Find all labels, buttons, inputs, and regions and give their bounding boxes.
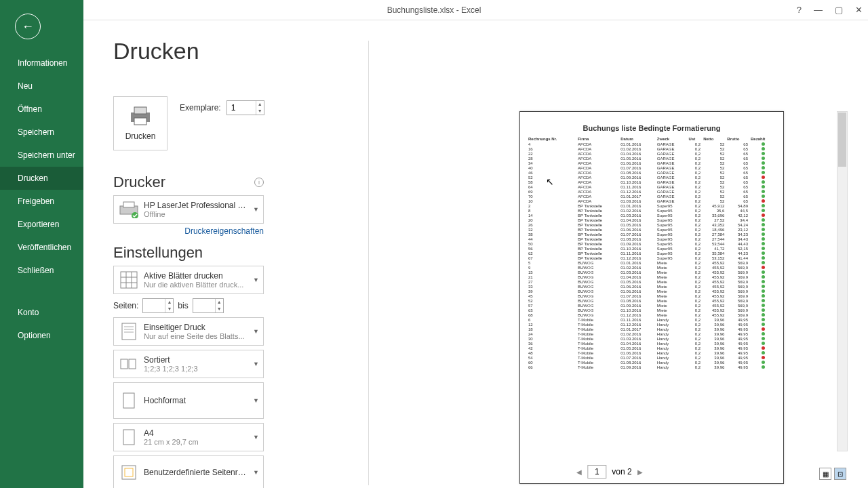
sidebar-item-konto[interactable]: Konto (0, 301, 83, 324)
back-button[interactable]: ← (15, 14, 41, 39)
sidebar-item-speichern[interactable]: Speichern (0, 121, 83, 144)
portrait-icon (118, 390, 140, 411)
chevron-down-icon: ▼ (253, 469, 259, 476)
collate-icon (118, 353, 140, 375)
minimize-icon[interactable]: — (814, 5, 823, 15)
print-what-dropdown[interactable]: Aktive Blätter drucken Nur die aktiven B… (113, 266, 264, 294)
print-what-sub: Nur die aktiven Blätter druck... (144, 281, 243, 289)
svg-rect-11 (122, 323, 136, 340)
help-icon[interactable]: ? (797, 5, 802, 15)
orientation-dropdown[interactable]: Hochformat ▼ (113, 382, 264, 419)
sidebar-item-freigeben[interactable]: Freigeben (0, 190, 83, 213)
collate-dropdown[interactable]: Sortiert1;2;3 1;2;3 1;2;3 ▼ (113, 350, 264, 378)
size-sub: 21 cm x 29,7 cm (144, 438, 199, 446)
chevron-down-icon: ▼ (253, 206, 259, 213)
sidebar-item-veröffentlichen[interactable]: Veröffentlichen (0, 236, 83, 259)
printer-icon (128, 106, 153, 126)
chevron-down-icon: ▼ (253, 361, 259, 367)
pages-from-spinner[interactable]: ▲▼ (165, 299, 173, 312)
content-area: Drucken Drucken Exemplare: ▲▼ Drucker i … (83, 20, 868, 488)
preview-page: Buchungs liste Bedingte Formatierung Rec… (519, 111, 784, 484)
print-button-label: Drucken (125, 131, 156, 141)
svg-rect-15 (121, 359, 127, 369)
margins-icon (118, 462, 140, 483)
sides-title: Einseitiger Druck (144, 323, 245, 332)
sheets-icon (118, 269, 140, 291)
sidebar-item-schließen[interactable]: Schließen (0, 259, 83, 282)
prev-page-button[interactable]: ◀ (576, 468, 582, 476)
show-margins-button[interactable]: ▦ (819, 468, 831, 480)
printer-status: Offline (144, 210, 250, 218)
orientation-title: Hochformat (144, 396, 186, 405)
preview-scrollbar[interactable] (837, 111, 848, 451)
chevron-down-icon: ▼ (253, 277, 259, 283)
titlebar: Buchungsliste.xlsx - Excel ? — ▢ ✕ (0, 0, 868, 20)
close-icon[interactable]: ✕ (855, 5, 863, 15)
svg-rect-1 (134, 107, 146, 114)
preview-table: Rechnungs Nr.FirmaDatumZweckUstNettoBrut… (527, 136, 776, 369)
print-preview-area: Buchungs liste Bedingte Formatierung Rec… (368, 41, 850, 485)
info-icon[interactable]: i (254, 178, 264, 187)
copies-label: Exemplare: (180, 103, 221, 113)
printer-dropdown[interactable]: HP LaserJet Professional CP... Offline ▼ (113, 195, 264, 224)
next-page-button[interactable]: ▶ (637, 468, 643, 476)
sides-dropdown[interactable]: Einseitiger DruckNur auf eine Seite des … (113, 317, 264, 346)
margins-title: Benutzerdefinierte Seitenrän... (144, 468, 250, 477)
svg-rect-2 (134, 118, 146, 125)
collate-sub: 1;2;3 1;2;3 1;2;3 (144, 365, 198, 373)
page-total-label: von 2 (612, 467, 631, 476)
sidebar-item-exportieren[interactable]: Exportieren (0, 213, 83, 236)
sidebar-item-informationen[interactable]: Informationen (0, 52, 83, 75)
backstage-sidebar: ← InformationenNeuÖffnenSpeichernSpeiche… (0, 0, 83, 488)
svg-rect-4 (123, 202, 134, 207)
papersize-dropdown[interactable]: A421 cm x 29,7 cm ▼ (113, 423, 264, 451)
copies-spinner[interactable]: ▲▼ (256, 101, 264, 115)
zoom-to-page-button[interactable]: ⊡ (834, 468, 846, 480)
collate-title: Sortiert (144, 355, 198, 365)
sidebar-item-speichern-unter[interactable]: Speichern unter (0, 144, 83, 167)
sidebar-item-öffnen[interactable]: Öffnen (0, 98, 83, 121)
sidebar-item-optionen[interactable]: Optionen (0, 324, 83, 347)
pages-to-spinner[interactable]: ▲▼ (215, 299, 223, 312)
page-navigation: ◀ von 2 ▶ (576, 465, 642, 479)
pages-label: Seiten: (113, 301, 138, 310)
printer-device-icon (118, 199, 140, 220)
margins-dropdown[interactable]: Benutzerdefinierte Seitenrän... ▼ (113, 455, 264, 488)
svg-rect-18 (123, 430, 134, 445)
printer-name: HP LaserJet Professional CP... (144, 201, 250, 210)
settings-section-header: Einstellungen (113, 244, 264, 262)
maximize-icon[interactable]: ▢ (835, 5, 843, 15)
scroll-thumb[interactable] (838, 113, 846, 167)
printer-section-header: Drucker (113, 174, 264, 191)
size-title: A4 (144, 428, 199, 438)
page-icon (118, 426, 140, 448)
svg-rect-6 (121, 272, 137, 288)
chevron-down-icon: ▼ (253, 397, 259, 404)
preview-doc-title: Buchungs liste Bedingte Formatierung (527, 124, 776, 132)
pages-to-label: bis (178, 301, 188, 310)
window-title: Buchungsliste.xlsx - Excel (387, 5, 481, 15)
svg-rect-16 (129, 359, 136, 369)
sidebar-item-drucken[interactable]: Drucken (0, 167, 83, 190)
chevron-down-icon: ▼ (253, 328, 259, 335)
svg-rect-19 (122, 466, 136, 479)
page-single-icon (118, 321, 140, 342)
current-page-input[interactable] (587, 465, 606, 479)
chevron-down-icon: ▼ (253, 434, 259, 441)
sidebar-item-neu[interactable]: Neu (0, 75, 83, 98)
svg-rect-17 (123, 393, 134, 408)
sides-sub: Nur auf eine Seite des Blatts... (144, 332, 245, 340)
print-what-title: Aktive Blätter drucken (144, 271, 243, 281)
print-button[interactable]: Drucken (113, 96, 167, 150)
arrow-left-icon: ← (22, 20, 34, 34)
